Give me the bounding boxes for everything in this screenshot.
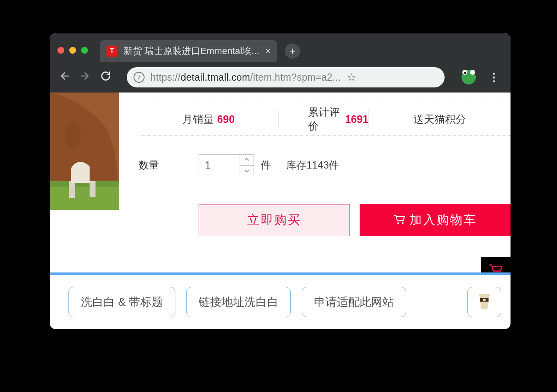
coffee-icon xyxy=(476,291,492,313)
browser-window: T 新货 瑞士原装进口Emmental埃... × + i https://de… xyxy=(50,33,511,329)
titlebar: T 新货 瑞士原装进口Emmental埃... × + xyxy=(50,33,511,62)
quantity-increase-button[interactable] xyxy=(240,154,254,166)
clean-url-button[interactable]: 链接地址洗白白 xyxy=(186,287,291,317)
browser-tab[interactable]: T 新货 瑞士原装进口Emmental埃... × xyxy=(100,40,277,62)
tmall-favicon: T xyxy=(106,46,117,57)
quantity-stepper xyxy=(240,154,254,176)
add-to-cart-label: 加入购物车 xyxy=(410,212,477,229)
maximize-window-button[interactable] xyxy=(81,47,88,54)
stat-monthly-sales[interactable]: 月销量 690 xyxy=(139,112,278,126)
extension-frog-icon[interactable] xyxy=(461,70,476,84)
buy-now-button[interactable]: 立即购买 xyxy=(199,204,349,236)
page-viewport: 月销量 690 累计评价 1691 送天猫积分 数量 1 xyxy=(50,93,511,329)
tabstrip: T 新货 瑞士原装进口Emmental埃... × + xyxy=(100,33,503,62)
close-tab-button[interactable]: × xyxy=(265,46,270,57)
svg-point-10 xyxy=(483,298,486,301)
svg-point-5 xyxy=(402,222,404,224)
tab-title: 新货 瑞士原装进口Emmental埃... xyxy=(123,45,259,57)
quantity-row: 数量 1 件 库存1143件 xyxy=(139,154,511,176)
minimize-window-button[interactable] xyxy=(69,47,76,54)
request-adapt-button[interactable]: 申请适配此网站 xyxy=(302,287,406,317)
quantity-input[interactable]: 1 xyxy=(199,154,240,176)
product-image xyxy=(50,93,119,210)
svg-point-4 xyxy=(397,222,399,224)
stat-value: 690 xyxy=(217,113,235,125)
site-info-icon[interactable]: i xyxy=(134,72,145,83)
stat-value: 1691 xyxy=(345,113,369,125)
coffee-donate-button[interactable] xyxy=(467,287,501,317)
cart-icon xyxy=(393,213,405,227)
svg-rect-8 xyxy=(479,294,490,297)
stat-label: 累计评价 xyxy=(308,105,341,133)
stock-text: 库存1143件 xyxy=(286,158,339,172)
add-to-cart-button[interactable]: 加入购物车 xyxy=(360,204,511,236)
product-content: 月销量 690 累计评价 1691 送天猫积分 数量 1 xyxy=(139,93,511,236)
back-button[interactable] xyxy=(59,70,70,84)
svg-point-3 xyxy=(66,121,81,148)
browser-menu-button[interactable] xyxy=(493,73,495,82)
svg-rect-0 xyxy=(50,185,119,210)
address-bar[interactable]: i https://detail.tmall.com/item.htm?spm=… xyxy=(127,67,445,87)
quantity-unit: 件 xyxy=(261,158,271,172)
bookmark-star-icon[interactable]: ☆ xyxy=(347,71,356,83)
traffic-lights xyxy=(57,47,88,54)
stat-label: 送天猫积分 xyxy=(413,112,466,126)
quantity-label: 数量 xyxy=(139,158,199,172)
stat-label: 月销量 xyxy=(182,112,214,126)
url-text: https://detail.tmall.com/item.htm?spm=a2… xyxy=(150,72,341,83)
reload-button[interactable] xyxy=(100,70,112,85)
quantity-decrease-button[interactable] xyxy=(240,165,254,177)
toolbar: i https://detail.tmall.com/item.htm?spm=… xyxy=(50,62,511,93)
stat-total-reviews[interactable]: 累计评价 1691 xyxy=(278,105,369,133)
clean-with-title-button[interactable]: 洗白白 & 带标题 xyxy=(68,287,175,317)
close-window-button[interactable] xyxy=(57,47,64,54)
stat-bonus-points[interactable]: 送天猫积分 xyxy=(369,112,511,126)
new-tab-button[interactable]: + xyxy=(285,44,300,59)
purchase-buttons: 立即购买 加入购物车 xyxy=(199,204,511,236)
stats-bar: 月销量 690 累计评价 1691 送天猫积分 xyxy=(139,103,511,136)
forward-button[interactable] xyxy=(79,70,90,84)
extension-toolbar: 洗白白 & 带标题 链接地址洗白白 申请适配此网站 xyxy=(50,275,511,329)
